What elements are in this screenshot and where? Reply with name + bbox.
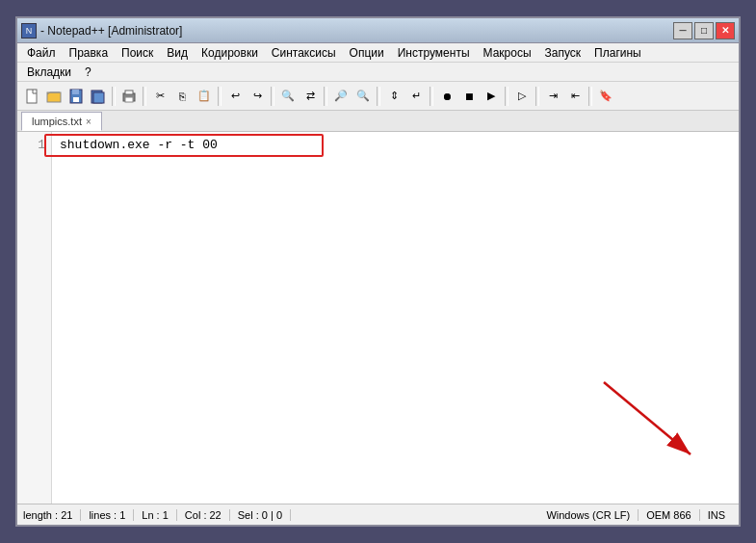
save-file-button[interactable] bbox=[65, 86, 87, 107]
editor-container: 1 shutdown.exe -r -t 00 bbox=[17, 132, 739, 504]
paste-button[interactable]: 📋 bbox=[194, 86, 215, 107]
macro-play-button[interactable]: ▶ bbox=[481, 86, 502, 107]
menu-search[interactable]: Поиск bbox=[116, 45, 159, 61]
toolbar-sep-9 bbox=[535, 87, 539, 106]
toolbar-sep-4 bbox=[271, 87, 274, 106]
restore-button[interactable]: □ bbox=[694, 22, 714, 39]
line-numbers: 1 bbox=[17, 132, 52, 504]
menu-tools[interactable]: Инструменты bbox=[392, 45, 476, 61]
notepad-window: N - Notepad++ [Administrator] ─ □ ✕ Файл… bbox=[15, 16, 741, 527]
tab-bar: lumpics.txt × bbox=[17, 111, 739, 132]
svg-rect-3 bbox=[72, 90, 79, 94]
status-encoding: OEM 866 bbox=[639, 509, 699, 521]
print-button[interactable] bbox=[118, 86, 140, 107]
menu-bar-row2: Вкладки ? bbox=[17, 63, 739, 82]
line-number-1: 1 bbox=[17, 136, 51, 155]
new-file-button[interactable] bbox=[21, 86, 42, 107]
word-wrap-button[interactable]: ↵ bbox=[405, 86, 427, 107]
menu-options[interactable]: Опции bbox=[344, 45, 390, 61]
cut-button[interactable]: ✂ bbox=[149, 86, 170, 107]
run-button[interactable]: ▷ bbox=[511, 86, 533, 107]
code-line-1[interactable]: shutdown.exe -r -t 00 bbox=[60, 136, 731, 155]
menu-help[interactable]: ? bbox=[79, 65, 97, 80]
toolbar-sep-10 bbox=[588, 87, 592, 106]
toolbar-sep-1 bbox=[112, 87, 116, 106]
tab-lumpics[interactable]: lumpics.txt × bbox=[21, 112, 102, 131]
outdent-button[interactable]: ⇤ bbox=[564, 86, 586, 107]
svg-rect-8 bbox=[125, 90, 133, 94]
svg-rect-9 bbox=[125, 97, 133, 102]
tab-close-button[interactable]: × bbox=[86, 116, 91, 127]
sync-scroll-button[interactable]: ⇕ bbox=[383, 86, 404, 107]
menu-encoding[interactable]: Кодировки bbox=[196, 45, 264, 61]
zoom-out-button[interactable]: 🔍 bbox=[352, 86, 374, 107]
status-length: length : 21 bbox=[23, 509, 81, 521]
menu-plugins[interactable]: Плагины bbox=[588, 45, 647, 61]
toolbar-sep-3 bbox=[218, 87, 222, 106]
macro-record-button[interactable]: ⏺ bbox=[436, 86, 457, 107]
open-file-button[interactable] bbox=[43, 86, 65, 107]
svg-rect-4 bbox=[73, 97, 79, 102]
status-bar: length : 21 lines : 1 Ln : 1 Col : 22 Se… bbox=[17, 504, 739, 525]
find-button[interactable]: 🔍 bbox=[277, 86, 299, 107]
svg-rect-0 bbox=[27, 90, 37, 103]
undo-button[interactable]: ↩ bbox=[224, 86, 246, 107]
menu-view[interactable]: Вид bbox=[161, 45, 194, 61]
toolbar-sep-2 bbox=[143, 87, 146, 106]
menu-syntax[interactable]: Синтаксисы bbox=[266, 45, 342, 61]
indent-button[interactable]: ⇥ bbox=[542, 86, 563, 107]
macro-stop-button[interactable]: ⏹ bbox=[458, 86, 480, 107]
app-icon: N bbox=[21, 23, 37, 39]
toolbar-sep-8 bbox=[505, 87, 508, 106]
menu-bar-row1: Файл Правка Поиск Вид Кодировки Синтакси… bbox=[17, 43, 739, 63]
svg-rect-1 bbox=[47, 92, 61, 102]
status-sel: Sel : 0 | 0 bbox=[230, 509, 291, 521]
status-col: Col : 22 bbox=[177, 509, 230, 521]
title-bar-buttons: ─ □ ✕ bbox=[673, 22, 735, 39]
redo-button[interactable]: ↪ bbox=[247, 86, 268, 107]
status-line-ending: Windows (CR LF) bbox=[538, 509, 639, 521]
status-ln: Ln : 1 bbox=[134, 509, 177, 521]
status-insert-mode: INS bbox=[700, 509, 733, 521]
menu-run[interactable]: Запуск bbox=[539, 45, 587, 61]
tab-label: lumpics.txt bbox=[32, 116, 82, 127]
editor-content[interactable]: shutdown.exe -r -t 00 bbox=[52, 132, 739, 504]
menu-tabs[interactable]: Вкладки bbox=[21, 65, 77, 80]
window-title: - Notepad++ [Administrator] bbox=[40, 24, 182, 38]
menu-file[interactable]: Файл bbox=[21, 45, 62, 61]
copy-button[interactable]: ⎘ bbox=[171, 86, 193, 107]
menu-edit[interactable]: Правка bbox=[64, 45, 115, 61]
toolbar-sep-5 bbox=[324, 87, 327, 106]
save-all-button[interactable] bbox=[88, 86, 109, 107]
minimize-button[interactable]: ─ bbox=[673, 22, 692, 39]
replace-button[interactable]: ⇄ bbox=[300, 86, 321, 107]
svg-rect-6 bbox=[93, 92, 104, 103]
toolbar-sep-7 bbox=[430, 87, 433, 106]
close-button[interactable]: ✕ bbox=[716, 22, 735, 39]
title-bar-left: N - Notepad++ [Administrator] bbox=[21, 23, 182, 39]
toolbar-sep-6 bbox=[377, 87, 380, 106]
toolbar: ✂ ⎘ 📋 ↩ ↪ 🔍 ⇄ 🔎 🔍 ⇕ ↵ ⏺ ⏹ ▶ ▷ ⇥ ⇤ 🔖 bbox=[17, 82, 739, 111]
title-bar: N - Notepad++ [Administrator] ─ □ ✕ bbox=[17, 18, 739, 43]
status-lines: lines : 1 bbox=[81, 509, 134, 521]
menu-macros[interactable]: Макросы bbox=[478, 45, 537, 61]
zoom-in-button[interactable]: 🔎 bbox=[330, 86, 352, 107]
bookmark-button[interactable]: 🔖 bbox=[595, 86, 616, 107]
